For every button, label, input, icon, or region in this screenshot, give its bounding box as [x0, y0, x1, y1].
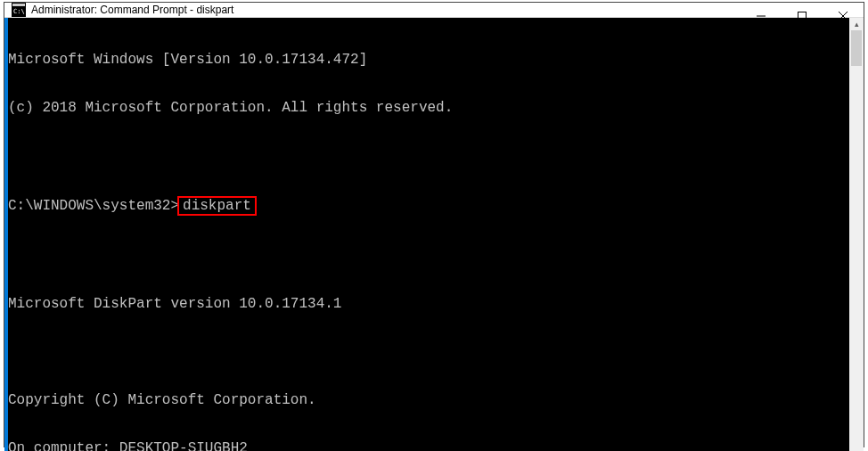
- highlighted-command: diskpart: [177, 196, 257, 216]
- output-blank: [8, 248, 849, 264]
- titlebar[interactable]: C:\ Administrator: Command Prompt - disk…: [4, 3, 864, 18]
- command-prompt-window: C:\ Administrator: Command Prompt - disk…: [4, 2, 864, 447]
- output-line: On computer: DESKTOP-SIUGBH2: [8, 440, 849, 451]
- output-line: Microsoft Windows [Version 10.0.17134.47…: [8, 52, 849, 68]
- window-title: Administrator: Command Prompt - diskpart: [31, 4, 233, 16]
- svg-rect-1: [12, 4, 25, 6]
- output-line: Microsoft DiskPart version 10.0.17134.1: [8, 296, 849, 312]
- cmd-icon: C:\: [12, 3, 26, 17]
- output-blank: [8, 344, 849, 360]
- vertical-scrollbar[interactable]: ▴ ▾: [849, 18, 864, 451]
- prompt-path: C:\WINDOWS\system32>: [8, 198, 179, 214]
- terminal-output[interactable]: Microsoft Windows [Version 10.0.17134.47…: [8, 18, 849, 451]
- output-line: (c) 2018 Microsoft Corporation. All righ…: [8, 100, 849, 116]
- terminal-area: Microsoft Windows [Version 10.0.17134.47…: [4, 18, 864, 451]
- scrollbar-up-button[interactable]: ▴: [849, 18, 864, 30]
- output-line: Copyright (C) Microsoft Corporation.: [8, 392, 849, 408]
- output-blank: [8, 148, 849, 164]
- prompt-line: C:\WINDOWS\system32>diskpart: [8, 196, 849, 216]
- svg-text:C:\: C:\: [13, 8, 25, 15]
- scrollbar-thumb[interactable]: [851, 30, 862, 66]
